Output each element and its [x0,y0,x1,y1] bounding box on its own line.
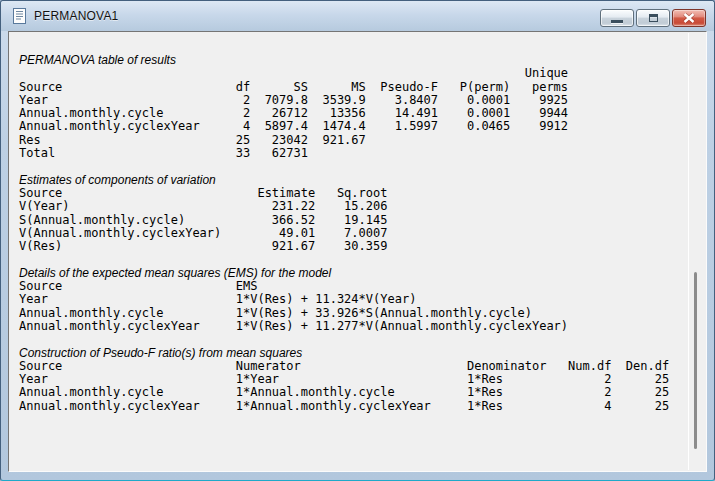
scrollbar-track-separator [688,33,689,470]
restore-icon [649,14,658,22]
section-title: Details of the expected mean squares (EM… [19,267,688,280]
close-button[interactable] [672,9,706,27]
pseudo-f-construction-section: Construction of Pseudo-F ratio(s) from m… [19,347,688,413]
minimize-icon [611,20,623,23]
results-text: PERMANOVA table of results Unique Source… [9,32,688,471]
minimize-button[interactable] [600,9,634,27]
permanova-table-section: PERMANOVA table of results Unique Source… [19,54,688,160]
results-output-area: PERMANOVA table of results Unique Source… [8,31,707,472]
permanova-table-text: Unique Source df SS MS Pseudo-F P(perm) … [19,67,688,160]
caption-buttons [600,9,706,27]
components-of-variation-section: Estimates of components of variation Sou… [19,174,688,254]
pseudo-f-construction-text: Source Numerator Denominator Num.df Den.… [19,360,688,413]
components-of-variation-text: Source Estimate Sq.root V(Year) 231.22 1… [19,187,688,253]
vertical-scrollbar-thumb[interactable] [694,272,697,449]
ems-text: Source EMS Year 1*V(Res) + 11.324*V(Year… [19,280,688,333]
section-title: Construction of Pseudo-F ratio(s) from m… [19,347,688,360]
permanova-results-window: PERMANOVA1 PERMANOVA table of results [0,0,715,481]
ems-section: Details of the expected mean squares (EM… [19,267,688,333]
section-title: Estimates of components of variation [19,174,688,187]
document-icon [12,8,27,24]
close-icon [683,13,695,23]
window-title: PERMANOVA1 [34,9,118,23]
restore-button[interactable] [636,9,670,27]
section-title: PERMANOVA table of results [19,54,688,67]
